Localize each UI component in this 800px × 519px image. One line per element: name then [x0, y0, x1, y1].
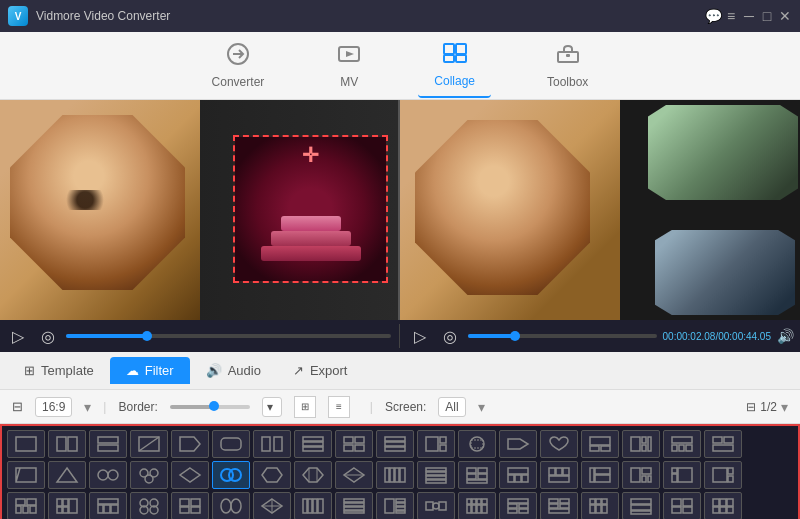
minimize-btn[interactable]: ─ [742, 9, 756, 23]
preview-left: ✛ [0, 100, 400, 320]
tab-export[interactable]: ↗ Export [277, 357, 364, 384]
tpl-cell-2-2[interactable] [48, 461, 86, 489]
progress-left[interactable] [66, 334, 391, 338]
main-content: ✛ [0, 100, 800, 320]
tpl-cell-2-1[interactable] [7, 461, 45, 489]
tab-template[interactable]: ⊞ Template [8, 357, 110, 384]
progress-handle-right[interactable] [510, 331, 520, 341]
tpl-cell-2-4[interactable] [130, 461, 168, 489]
tpl-cell-1-5[interactable] [171, 430, 209, 458]
maximize-btn[interactable]: □ [760, 9, 774, 23]
tpl-cell-3-1[interactable] [7, 492, 45, 519]
svg-rect-59 [390, 468, 394, 482]
tpl-cell-1-18[interactable] [704, 430, 742, 458]
chat-btn[interactable]: 💬 [706, 9, 720, 23]
tpl-cell-1-7[interactable] [253, 430, 291, 458]
tpl-cell-3-3[interactable] [89, 492, 127, 519]
stop-btn-right[interactable]: ◎ [438, 324, 462, 348]
progress-right[interactable] [468, 334, 657, 338]
svg-rect-5 [456, 55, 466, 62]
volume-icon[interactable]: 🔊 [777, 328, 794, 344]
tpl-cell-1-16[interactable] [622, 430, 660, 458]
close-btn[interactable]: ✕ [778, 9, 792, 23]
tpl-cell-2-9[interactable] [335, 461, 373, 489]
tpl-cell-1-1[interactable] [7, 430, 45, 458]
tpl-cell-3-11[interactable] [417, 492, 455, 519]
tpl-cell-3-18[interactable] [704, 492, 742, 519]
tpl-cell-3-7[interactable] [253, 492, 291, 519]
tpl-cell-2-15[interactable] [581, 461, 619, 489]
tpl-cell-2-13[interactable] [499, 461, 537, 489]
svg-rect-85 [648, 476, 651, 482]
tpl-cell-3-13[interactable] [499, 492, 537, 519]
tpl-cell-1-11[interactable] [417, 430, 455, 458]
tpl-cell-3-15[interactable] [581, 492, 619, 519]
tpl-cell-3-9[interactable] [335, 492, 373, 519]
svg-rect-35 [601, 446, 610, 451]
tpl-cell-2-17[interactable] [663, 461, 701, 489]
tab-filter[interactable]: ☁ Filter [110, 357, 190, 384]
svg-rect-4 [444, 55, 454, 62]
tpl-cell-2-14[interactable] [540, 461, 578, 489]
tpl-cell-1-14[interactable] [540, 430, 578, 458]
svg-rect-9 [57, 437, 66, 451]
screen-select[interactable]: All [438, 397, 465, 417]
tpl-cell-1-6[interactable] [212, 430, 250, 458]
tpl-cell-2-3[interactable] [89, 461, 127, 489]
tpl-cell-3-12[interactable] [458, 492, 496, 519]
svg-rect-70 [467, 480, 487, 483]
tpl-cell-2-8[interactable] [294, 461, 332, 489]
canvas-left: ✛ [0, 100, 398, 320]
tpl-cell-1-4[interactable] [130, 430, 168, 458]
tpl-cell-2-12[interactable] [458, 461, 496, 489]
svg-rect-134 [467, 499, 471, 504]
tpl-cell-2-11[interactable] [417, 461, 455, 489]
play-btn-left[interactable]: ▷ [6, 324, 30, 348]
tpl-cell-3-17[interactable] [663, 492, 701, 519]
tpl-cell-1-13[interactable] [499, 430, 537, 458]
nav-toolbox[interactable]: Toolbox [531, 35, 604, 97]
tpl-cell-3-10[interactable] [376, 492, 414, 519]
list-view-btn[interactable]: ≡ [328, 396, 350, 418]
progress-handle-left[interactable] [142, 331, 152, 341]
border-style-select[interactable]: ▾ [262, 397, 282, 417]
stop-btn-left[interactable]: ◎ [36, 324, 60, 348]
tpl-cell-2-18[interactable] [704, 461, 742, 489]
svg-rect-94 [16, 506, 21, 513]
nav-mv[interactable]: MV [320, 35, 378, 97]
tpl-cell-3-5[interactable] [171, 492, 209, 519]
tpl-cell-2-10[interactable] [376, 461, 414, 489]
svg-rect-15 [221, 438, 241, 450]
nav-converter[interactable]: Converter [196, 35, 281, 97]
tpl-cell-1-15[interactable] [581, 430, 619, 458]
tpl-cell-1-12[interactable] [458, 430, 496, 458]
tpl-cell-3-6[interactable] [212, 492, 250, 519]
tpl-cell-2-7[interactable] [253, 461, 291, 489]
tpl-cell-1-2[interactable] [48, 430, 86, 458]
svg-rect-132 [426, 502, 433, 510]
tpl-cell-3-16[interactable] [622, 492, 660, 519]
svg-point-114 [221, 499, 231, 513]
ratio-select[interactable]: 16:9 [35, 397, 72, 417]
tpl-cell-3-4[interactable] [130, 492, 168, 519]
tpl-cell-2-6[interactable] [212, 461, 250, 489]
tpl-cell-1-8[interactable] [294, 430, 332, 458]
tpl-cell-2-16[interactable] [622, 461, 660, 489]
tpl-cell-3-14[interactable] [540, 492, 578, 519]
tpl-cell-1-10[interactable] [376, 430, 414, 458]
border-slider[interactable] [170, 405, 250, 409]
nav-collage[interactable]: Collage [418, 34, 491, 98]
tpl-cell-1-3[interactable] [89, 430, 127, 458]
tpl-cell-1-9[interactable] [335, 430, 373, 458]
tpl-cell-1-17[interactable] [663, 430, 701, 458]
grid-view-btn[interactable]: ⊞ [294, 396, 316, 418]
play-btn-right[interactable]: ▷ [408, 324, 432, 348]
page-dropdown[interactable]: ▾ [781, 399, 788, 415]
menu-btn[interactable]: ≡ [724, 9, 738, 23]
tab-audio[interactable]: 🔊 Audio [190, 357, 277, 384]
tpl-cell-3-2[interactable] [48, 492, 86, 519]
toolbox-icon [555, 43, 581, 71]
tpl-cell-3-8[interactable] [294, 492, 332, 519]
border-slider-handle[interactable] [209, 401, 219, 411]
tpl-cell-2-5[interactable] [171, 461, 209, 489]
